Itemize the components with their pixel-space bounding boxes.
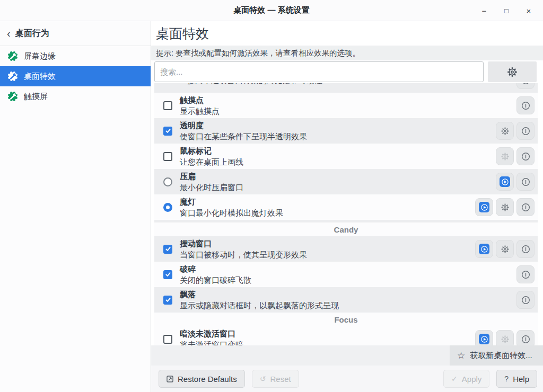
help-button[interactable]: ? Help: [496, 370, 537, 388]
effect-row[interactable]: 提高半透明窗口背景的对比度和可读性: [154, 83, 538, 93]
clipped-row-content: 提高半透明窗口背景的对比度和可读性: [154, 83, 538, 93]
effect-checkbox[interactable]: [163, 270, 172, 279]
effect-texts: 透明度使窗口在某些条件下呈现半透明效果: [180, 120, 492, 142]
effect-texts: 触摸点显示触摸点: [180, 94, 512, 117]
effect-row-buttons: [496, 173, 535, 191]
effect-row-clipped[interactable]: 提高半透明窗口背景的对比度和可读性: [154, 83, 538, 93]
video-preview-button[interactable]: [475, 240, 493, 258]
sidebar-item-label: 屏幕边缘: [24, 51, 56, 61]
info-button[interactable]: [516, 330, 535, 345]
sidebar-item-1[interactable]: 桌面特效: [0, 66, 151, 86]
hint-bar: 提示: 要查找或配置如何激活效果，请查看相应效果的选项。: [151, 46, 543, 60]
info-button[interactable]: [516, 83, 535, 89]
info-button[interactable]: [516, 291, 535, 309]
get-new-effects-button[interactable]: ☆ 获取新桌面特效...: [450, 345, 543, 366]
sidebar-item-2[interactable]: 触摸屏: [0, 86, 151, 106]
effect-row-buttons: [496, 122, 535, 140]
get-new-effects-label: 获取新桌面特效...: [470, 351, 532, 361]
effect-description: 将未激活窗口变暗: [180, 339, 471, 345]
close-button[interactable]: ×: [518, 0, 540, 21]
configure-button[interactable]: [496, 240, 514, 258]
info-button[interactable]: [516, 240, 535, 258]
effect-description: 让您在桌面上画线: [180, 156, 492, 167]
effect-row[interactable]: 魔灯窗口最小化时模拟出魔灯效果: [154, 194, 538, 220]
effect-name: 飘落: [180, 289, 512, 300]
video-preview-button[interactable]: [475, 330, 493, 345]
effect-row-buttons: [475, 240, 535, 258]
gear-icon: [501, 245, 510, 254]
effect-texts: 摆动窗口当窗口被移动时，使其呈现变形效果: [180, 238, 471, 260]
effect-row[interactable]: 鼠标标记让您在桌面上画线: [154, 144, 538, 169]
play-icon: [500, 176, 510, 187]
effect-radio[interactable]: [163, 177, 172, 186]
effect-row-buttons: [496, 147, 535, 165]
gear-icon: [501, 203, 510, 212]
effect-name: 魔灯: [180, 196, 471, 207]
section-header: Focus: [154, 313, 538, 326]
info-icon: [521, 296, 530, 305]
info-button[interactable]: [516, 122, 535, 140]
effect-name: 暗淡未激活窗口: [180, 328, 471, 339]
sidebar-item-list: 屏幕边缘 桌面特效 触摸屏: [0, 46, 151, 106]
video-preview-button[interactable]: [496, 173, 514, 191]
effect-checkbox[interactable]: [163, 152, 172, 161]
effect-name: 破碎: [180, 263, 512, 274]
effect-row[interactable]: 透明度使窗口在某些条件下呈现半透明效果: [154, 118, 538, 144]
effect-row-buttons: [475, 330, 535, 345]
effect-checkbox[interactable]: [163, 101, 172, 110]
window-titlebar: 桌面特效 — 系统设置 − □ ×: [0, 0, 543, 21]
effect-name: 触摸点: [180, 94, 512, 105]
info-icon: [521, 83, 530, 85]
effect-texts: 暗淡未激活窗口将未激活窗口变暗: [180, 328, 471, 345]
search-filter-button[interactable]: [488, 61, 537, 82]
restore-defaults-button[interactable]: Restore Defaults: [159, 370, 245, 388]
effect-description: 使窗口在某些条件下呈现半透明效果: [180, 131, 492, 142]
effect-radio[interactable]: [163, 203, 172, 212]
play-icon: [479, 334, 489, 344]
effect-row[interactable]: 破碎关闭的窗口破碎飞散: [154, 262, 538, 287]
configure-button: [496, 330, 514, 345]
effect-checkbox[interactable]: [163, 127, 172, 136]
gear-icon: [501, 127, 510, 136]
maximize-button[interactable]: □: [495, 0, 518, 21]
effect-texts: 鼠标标记让您在桌面上画线: [180, 145, 492, 167]
search-row: [151, 60, 543, 83]
effect-texts: 飘落显示或隐藏对话框时，以飘起飘落的形式呈现: [180, 289, 512, 311]
effect-description: 显示触摸点: [180, 105, 512, 117]
effect-row[interactable]: 压扁最小化时压扁窗口: [154, 169, 538, 194]
section-header: Candy: [154, 222, 538, 236]
effect-row[interactable]: 摆动窗口当窗口被移动时，使其呈现变形效果: [154, 236, 538, 262]
effects-list[interactable]: 提高半透明窗口背景的对比度和可读性触摸点显示触摸点透明度使窗口在某些条件下呈现半…: [154, 83, 538, 345]
sidebar-back-header[interactable]: ‹ 桌面行为: [0, 21, 151, 46]
back-chevron-icon: ‹: [7, 28, 11, 39]
effect-checkbox[interactable]: [163, 296, 172, 305]
info-button[interactable]: [516, 173, 535, 191]
sidebar-category-title: 桌面行为: [15, 28, 49, 39]
play-icon: [479, 244, 489, 254]
footer-button-bar: Restore Defaults ↺ Reset ✓ Apply ? Help: [151, 366, 543, 392]
search-input[interactable]: [154, 61, 484, 82]
info-icon: [521, 152, 530, 161]
info-button[interactable]: [516, 96, 535, 114]
category-gear-wrench-icon: [7, 51, 18, 61]
effect-row-buttons: [516, 83, 535, 89]
configure-button[interactable]: [496, 122, 514, 140]
effect-row[interactable]: 暗淡未激活窗口将未激活窗口变暗: [154, 326, 538, 345]
effect-checkbox[interactable]: [163, 245, 172, 254]
effect-name: 鼠标标记: [180, 145, 492, 156]
effect-checkbox[interactable]: [163, 335, 172, 344]
info-button[interactable]: [516, 198, 535, 216]
info-button[interactable]: [516, 265, 535, 283]
sidebar-item-0[interactable]: 屏幕边缘: [0, 46, 151, 66]
info-icon: [521, 335, 530, 344]
video-preview-button[interactable]: [475, 198, 493, 216]
info-button[interactable]: [516, 147, 535, 165]
effect-row-buttons: [516, 265, 535, 283]
minimize-button[interactable]: −: [473, 0, 495, 21]
window-title: 桌面特效 — 系统设置: [233, 5, 309, 15]
reset-button: ↺ Reset: [252, 370, 299, 388]
play-icon: [479, 202, 489, 212]
effect-row[interactable]: 飘落显示或隐藏对话框时，以飘起飘落的形式呈现: [154, 287, 538, 313]
effect-row[interactable]: 触摸点显示触摸点: [154, 93, 538, 118]
configure-button[interactable]: [496, 198, 514, 216]
